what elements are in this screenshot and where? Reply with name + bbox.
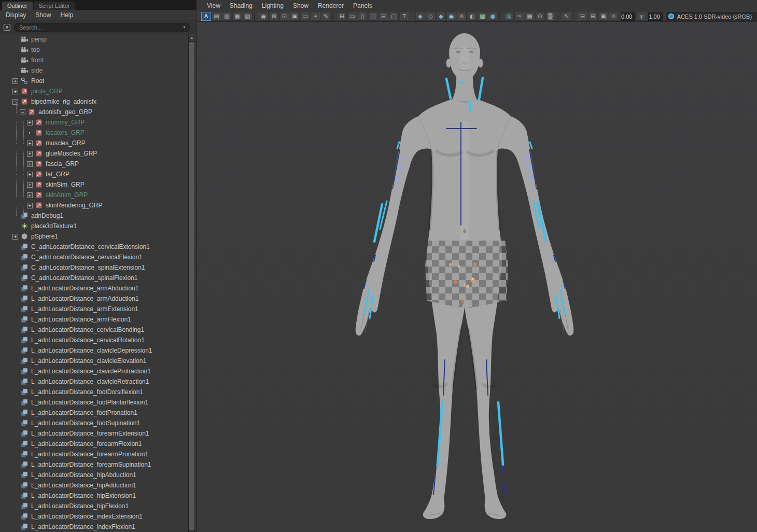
expander-icon[interactable]: + <box>27 161 33 167</box>
tab-outliner[interactable]: Outliner <box>2 2 33 10</box>
viewport-menu-view[interactable]: View <box>202 2 225 9</box>
outliner-item-pSphere1[interactable]: +pSphere1 <box>0 231 188 242</box>
textured-icon[interactable]: ▦ <box>232 12 242 21</box>
outliner-item-C_adnLocatorDistance_cervicalFlexion1[interactable]: C_adnLocatorDistance_cervicalFlexion1 <box>0 252 188 262</box>
outliner-item-L_adnLocatorDistance_hipExtension1[interactable]: L_adnLocatorDistance_hipExtension1 <box>0 491 188 501</box>
textures-icon[interactable]: ▩ <box>478 12 487 21</box>
gate-mask-icon[interactable]: ◫ <box>368 12 378 21</box>
outliner-item-bipedmike_rig_adonisfx[interactable]: −bipedmike_rig_adonisfx <box>0 96 188 107</box>
outliner-menu-show[interactable]: Show <box>31 11 55 19</box>
outliner-item-L_adnLocatorDistance_clavicleElevation1[interactable]: L_adnLocatorDistance_clavicleElevation1 <box>0 356 188 366</box>
outliner-item-L_adnLocatorDistance_footPronation1[interactable]: L_adnLocatorDistance_footPronation1 <box>0 408 188 418</box>
outliner-item-fat_GRP[interactable]: +fat_GRP <box>0 169 188 179</box>
gamma-icon[interactable]: γ <box>636 12 646 21</box>
grease-pencil-icon[interactable]: ✎ <box>321 12 331 21</box>
outliner-item-L_adnLocatorDistance_footDorsiflexion1[interactable]: L_adnLocatorDistance_footDorsiflexion1 <box>0 387 188 397</box>
select-cursor-icon[interactable]: ↖ <box>562 12 571 21</box>
outliner-item-L_adnLocatorDistance_armExtension1[interactable]: L_adnLocatorDistance_armExtension1 <box>0 304 188 314</box>
outliner-item-joints_GRP[interactable]: +joints_GRP <box>0 86 188 96</box>
expander-icon[interactable]: + <box>27 151 33 157</box>
film-gate-icon[interactable]: ▭ <box>347 12 357 21</box>
depth-of-field-icon[interactable]: ⊙ <box>535 12 545 21</box>
resolution-gate-icon[interactable]: ▯ <box>358 12 368 21</box>
expander-icon[interactable]: + <box>12 234 18 240</box>
pan-zoom-icon[interactable]: ⌖ <box>311 12 320 21</box>
bookmark-icon[interactable]: ▣ <box>290 12 300 21</box>
viewport-menu-panels[interactable]: Panels <box>348 2 377 9</box>
anti-alias-icon[interactable]: ▦ <box>525 12 535 21</box>
gamma-field[interactable]: 1.00 <box>648 12 662 21</box>
outliner-scrollbar[interactable]: ▲ <box>188 34 195 532</box>
outliner-item-L_adnLocatorDistance_hipFlexion1[interactable]: L_adnLocatorDistance_hipFlexion1 <box>0 501 188 511</box>
outliner-item-L_adnLocatorDistance_armFlexion1[interactable]: L_adnLocatorDistance_armFlexion1 <box>0 314 188 325</box>
expander-icon[interactable]: + <box>27 120 33 125</box>
outliner-item-front[interactable]: front <box>0 55 188 65</box>
wireframe-on-shaded-icon[interactable]: ◈ <box>415 12 425 21</box>
expander-icon[interactable]: + <box>27 203 33 208</box>
outliner-item-L_adnLocatorDistance_clavicleRetraction1[interactable]: L_adnLocatorDistance_clavicleRetraction1 <box>0 376 188 387</box>
wireframe-icon[interactable]: ▥ <box>222 12 232 21</box>
outliner-item-L_adnLocatorDistance_clavicleProtraction1[interactable]: L_adnLocatorDistance_clavicleProtraction… <box>0 366 188 376</box>
outliner-item-L_adnLocatorDistance_armAbduction1[interactable]: L_adnLocatorDistance_armAbduction1 <box>0 283 188 293</box>
backface-culling-icon[interactable]: ◆ <box>436 12 446 21</box>
expander-icon[interactable]: − <box>20 109 25 115</box>
pane-layout-icon[interactable]: ⊟ <box>578 12 587 21</box>
outliner-item-skinRendering_GRP[interactable]: +skinRendering_GRP <box>0 200 188 211</box>
expander-icon[interactable]: + <box>27 192 33 198</box>
expander-icon[interactable]: + <box>12 89 18 94</box>
outliner-item-L_adnLocatorDistance_indexExtension1[interactable]: L_adnLocatorDistance_indexExtension1 <box>0 511 188 522</box>
outliner-item-locators_GRP[interactable]: ●locators_GRP <box>0 128 188 138</box>
exposure-field[interactable]: 0.00 <box>621 12 635 21</box>
outliner-item-L_adnLocatorDistance_forearmFlexion1[interactable]: L_adnLocatorDistance_forearmFlexion1 <box>0 439 188 449</box>
safe-title-icon[interactable]: T <box>399 12 409 21</box>
field-chart-icon[interactable]: ⊟ <box>378 12 388 21</box>
fog-icon[interactable]: ▒ <box>545 12 555 21</box>
outliner-menu-help[interactable]: Help <box>55 11 78 19</box>
search-input[interactable] <box>14 23 190 32</box>
outliner-item-L_adnLocatorDistance_footPlantarflexion1[interactable]: L_adnLocatorDistance_footPlantarflexion1 <box>0 397 188 408</box>
tab-script-editor[interactable]: Script Editor <box>34 2 75 10</box>
outliner-item-L_adnLocatorDistance_clavicleDepression1[interactable]: L_adnLocatorDistance_clavicleDepression1 <box>0 345 188 356</box>
ssao-icon[interactable]: ◎ <box>504 12 514 21</box>
outliner-item-place3dTexture1[interactable]: place3dTexture1 <box>0 221 188 231</box>
outliner-item-L_adnLocatorDistance_cervicalBending1[interactable]: L_adnLocatorDistance_cervicalBending1 <box>0 325 188 335</box>
outliner-item-L_adnLocatorDistance_armAdduction1[interactable]: L_adnLocatorDistance_armAdduction1 <box>0 293 188 304</box>
outliner-item-Root[interactable]: +Root <box>0 76 188 86</box>
motion-blur-icon[interactable]: ≈ <box>514 12 524 21</box>
xray-icon[interactable]: ◇ <box>426 12 436 21</box>
expander-icon[interactable]: + <box>12 78 18 84</box>
viewport-menu-renderer[interactable]: Renderer <box>313 2 348 9</box>
shadows-icon[interactable]: ◐ <box>467 12 477 21</box>
lock-camera-icon[interactable]: ⊠ <box>269 12 279 21</box>
grid-icon[interactable]: ⊞ <box>337 12 347 21</box>
outliner-menu-display[interactable]: Display <box>1 11 31 19</box>
viewport-canvas[interactable] <box>197 22 757 532</box>
viewport-menu-show[interactable]: Show <box>288 2 313 9</box>
outliner-item-top[interactable]: top <box>0 45 188 55</box>
renderer-default-icon[interactable]: A <box>201 12 211 21</box>
outliner-item-L_adnLocatorDistance_indexFlexion1[interactable]: L_adnLocatorDistance_indexFlexion1 <box>0 522 188 532</box>
outliner-item-persp[interactable]: persp <box>0 34 188 45</box>
outliner-item-L_adnLocatorDistance_forearmExtension1[interactable]: L_adnLocatorDistance_forearmExtension1 <box>0 428 188 439</box>
exposure-icon[interactable]: ☼ <box>609 12 619 21</box>
outliner-item-L_adnLocatorDistance_hipAbduction1[interactable]: L_adnLocatorDistance_hipAbduction1 <box>0 470 188 480</box>
outliner-item-side[interactable]: side <box>0 65 188 76</box>
outliner-item-fascia_GRP[interactable]: +fascia_GRP <box>0 159 188 169</box>
viewport-menu-lighting[interactable]: Lighting <box>257 2 288 9</box>
expander-icon[interactable]: + <box>27 172 33 177</box>
outliner-item-L_adnLocatorDistance_hipAdduction1[interactable]: L_adnLocatorDistance_hipAdduction1 <box>0 480 188 491</box>
outliner-display-mode-icon[interactable] <box>3 23 11 32</box>
outliner-item-L_adnLocatorDistance_forearmPronation1[interactable]: L_adnLocatorDistance_forearmPronation1 <box>0 449 188 459</box>
outliner-item-C_adnLocatorDistance_spinalFlexion1[interactable]: C_adnLocatorDistance_spinalFlexion1 <box>0 273 188 283</box>
smooth-shade-icon[interactable]: ▤ <box>212 12 221 21</box>
colorspace-select[interactable]: ACES 1.0 SDR-video (sRGB) <box>666 12 756 21</box>
outliner-item-skinSim_GRP[interactable]: +skinSim_GRP <box>0 179 188 190</box>
viewport-snapshot-icon[interactable]: ▣ <box>598 12 608 21</box>
outliner-item-L_adnLocatorDistance_forearmSupination1[interactable]: L_adnLocatorDistance_forearmSupination1 <box>0 459 188 470</box>
expander-icon[interactable]: + <box>27 182 33 188</box>
outliner-item-adnDebug1[interactable]: adnDebug1 <box>0 211 188 221</box>
camera-attributes-icon[interactable]: ⊡ <box>279 12 289 21</box>
image-plane-icon[interactable]: ▭ <box>300 12 310 21</box>
default-material-icon[interactable]: ▧ <box>243 12 253 21</box>
expander-icon[interactable]: − <box>12 99 18 105</box>
